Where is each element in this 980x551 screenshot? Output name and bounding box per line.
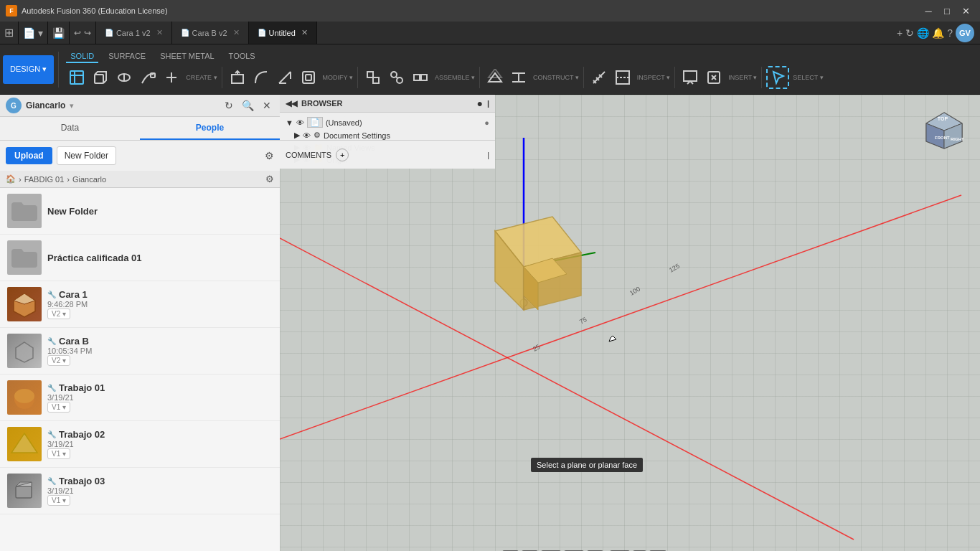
viewport[interactable]: 25 75 100 125 Select a plane or planar f… <box>280 95 980 551</box>
construct-group: CONSTRUCT ▾ <box>484 67 584 88</box>
panel-settings-button[interactable]: ⚙ <box>265 150 274 161</box>
tab-icon-carab: 📄 <box>181 29 189 37</box>
svg-point-12 <box>397 77 402 83</box>
search-button[interactable]: 🔍 <box>239 98 257 113</box>
tab-notification-button[interactable]: 🔔 <box>932 27 944 39</box>
select-label: SELECT ▾ <box>793 74 823 81</box>
breadcrumb-settings[interactable]: ⚙ <box>265 174 274 184</box>
toolbar-tab-surface[interactable]: SURFACE <box>104 50 150 63</box>
file-item-cara1[interactable]: 🔧 Cara 1 9:46:28 PM V2 ▾ <box>0 281 280 328</box>
fillet-button[interactable] <box>250 67 272 88</box>
panel-top-actions: ↻ 🔍 ✕ <box>222 98 274 113</box>
modify-group: MODIFY ▾ <box>227 67 358 88</box>
measure-button[interactable] <box>588 67 610 88</box>
tree-eye-docsettings: 👁 <box>303 131 311 140</box>
push-pull-button[interactable] <box>227 67 248 88</box>
browser-header[interactable]: ◀◀ BROWSER ● | <box>280 95 495 113</box>
refresh-tab-button[interactable]: ↻ <box>905 27 914 39</box>
file-item-trabajo02[interactable]: 🔧 Trabajo 02 3/19/21 V1 ▾ <box>0 421 280 468</box>
close-window-button[interactable]: ✕ <box>957 2 974 19</box>
add-tab-button[interactable]: + <box>897 27 903 39</box>
file-name-carab: Cara B <box>59 336 89 347</box>
create-more-button[interactable] <box>161 67 182 88</box>
version-badge-trabajo03[interactable]: V1 ▾ <box>47 495 70 506</box>
close-tab-cara1[interactable]: ✕ <box>156 28 163 37</box>
decal-button[interactable] <box>703 67 725 88</box>
file-name-trabajo01: Trabajo 01 <box>59 382 105 393</box>
chamfer-button[interactable] <box>274 67 296 88</box>
redo-button[interactable]: ↪ <box>84 28 91 38</box>
apps-grid-button[interactable]: ⊞ <box>4 26 14 39</box>
file-item-new-folder[interactable]: New Folder <box>0 188 280 235</box>
sketch-button[interactable] <box>66 67 88 88</box>
version-badge-trabajo01[interactable]: V1 ▾ <box>47 402 70 413</box>
create-group: CREATE ▾ <box>66 67 222 88</box>
shell-button[interactable] <box>298 67 319 88</box>
breadcrumb-home[interactable]: 🏠 <box>6 174 16 184</box>
file-date-cara1: 9:46:28 PM <box>47 300 273 309</box>
file-info-practica: Práctica calificada 01 <box>47 253 273 263</box>
breadcrumb-fabdig[interactable]: FABDIG 01 <box>24 175 65 184</box>
tab-untitled[interactable]: 📄 Untitled ✕ <box>249 22 317 44</box>
file-item-trabajo03[interactable]: 🔧 Trabajo 03 3/19/21 V1 ▾ <box>0 468 280 514</box>
close-tab-untitled[interactable]: ✕ <box>301 28 308 37</box>
revolve-button[interactable] <box>113 67 135 88</box>
view-cube[interactable]: TOP FRONT RIGHT <box>923 109 966 152</box>
file-item-carab[interactable]: 🔧 Cara B 10:05:34 PM V2 ▾ <box>0 328 280 375</box>
version-badge-carab[interactable]: V2 ▾ <box>47 355 70 366</box>
people-tab[interactable]: People <box>140 117 280 140</box>
upload-button[interactable]: Upload <box>6 147 52 164</box>
dropdown-arrow: ▾ <box>70 101 74 110</box>
folder-thumb-new <box>7 194 42 228</box>
new-folder-button[interactable]: New Folder <box>57 146 116 165</box>
offset-plane-button[interactable] <box>484 67 506 88</box>
tab-carabv2[interactable]: 📄 Cara B v2 ✕ <box>172 22 249 44</box>
file-name-trabajo02: Trabajo 02 <box>59 429 105 440</box>
version-badge-trabajo02[interactable]: V1 ▾ <box>47 448 70 459</box>
file-item-trabajo01[interactable]: 🔧 Trabajo 01 3/19/21 V1 ▾ <box>0 375 280 421</box>
section-analysis-button[interactable] <box>612 67 633 88</box>
sync-button[interactable]: ↻ <box>222 98 236 113</box>
close-tab-carab[interactable]: ✕ <box>233 28 240 37</box>
tab-cara1v2[interactable]: 📄 Cara 1 v2 ✕ <box>96 22 172 44</box>
tab-online-button[interactable]: 🌐 <box>917 27 929 39</box>
insert-derive-button[interactable] <box>679 67 701 88</box>
comments-collapse[interactable]: | <box>487 151 489 159</box>
close-panel-button[interactable]: ✕ <box>260 98 274 113</box>
version-badge-cara1[interactable]: V2 ▾ <box>47 309 70 319</box>
toolbar-tab-tools[interactable]: TOOLS <box>225 50 260 63</box>
design-dropdown-button[interactable]: DESIGN ▾ <box>3 55 54 84</box>
select-button[interactable] <box>766 66 789 89</box>
as-built-joint-button[interactable] <box>410 67 431 88</box>
sweep-button[interactable] <box>137 67 159 88</box>
tab-help-button[interactable]: ? <box>947 27 953 39</box>
maximize-button[interactable]: □ <box>938 2 956 19</box>
thumb-trabajo03 <box>7 474 42 508</box>
tree-toggle-unsaved[interactable]: ▼ <box>286 118 293 127</box>
toolbar-buttons-row: CREATE ▾ MODIFY ▾ <box>66 66 823 89</box>
tree-toggle-docsettings[interactable]: ▶ <box>294 131 300 140</box>
browser-close-icon[interactable]: | <box>487 99 489 108</box>
toolbar-tab-solid[interactable]: SOLID <box>66 50 98 63</box>
save-button[interactable]: 💾 <box>52 27 65 39</box>
tab-label-cara1: Cara 1 v2 <box>116 29 151 37</box>
tree-item-unsaved[interactable]: ▼ 👁 📄 (Unsaved) ● <box>280 116 495 129</box>
svg-rect-9 <box>367 72 373 77</box>
toolbar-tabs-section: SOLID SURFACE SHEET METAL TOOLS <box>63 47 826 92</box>
new-tab-button[interactable]: 📄 ▾ <box>23 27 43 39</box>
midplane-button[interactable] <box>508 67 529 88</box>
svg-rect-6 <box>232 75 243 83</box>
breadcrumb-giancarlo[interactable]: Giancarlo <box>72 175 106 184</box>
joint-button[interactable] <box>386 67 407 88</box>
trabajo02-type-icon: 🔧 <box>47 430 56 438</box>
toolbar-tab-sheetmetal[interactable]: SHEET METAL <box>156 50 218 63</box>
data-tab[interactable]: Data <box>0 117 140 140</box>
minimize-button[interactable]: ─ <box>920 2 937 19</box>
svg-rect-7 <box>303 72 314 83</box>
new-component-button[interactable] <box>362 67 384 88</box>
extrude-button[interactable] <box>90 67 111 88</box>
main-content: G Giancarlo ▾ ↻ 🔍 ✕ Data People Upload N… <box>0 95 980 551</box>
add-comment-button[interactable]: + <box>336 149 349 161</box>
undo-button[interactable]: ↩ <box>74 28 81 38</box>
file-item-practica[interactable]: Práctica calificada 01 <box>0 235 280 281</box>
